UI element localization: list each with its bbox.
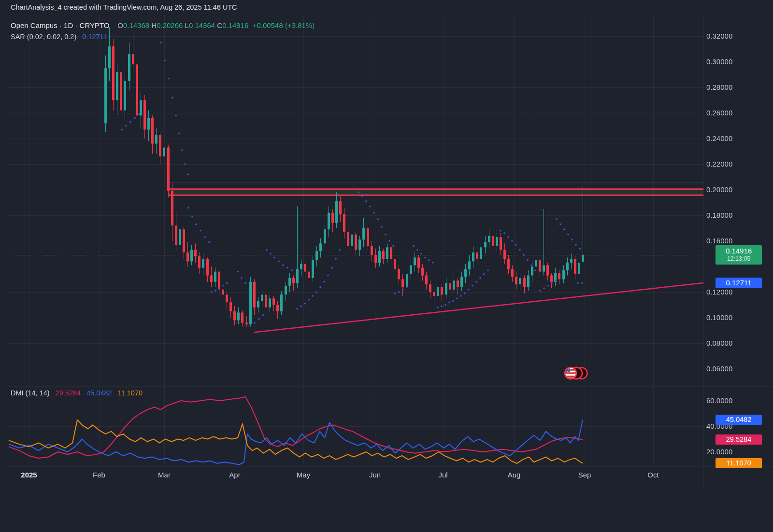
time-axis-label: Jun [369, 471, 381, 479]
price-tick-label: 0.10000 [706, 313, 759, 322]
last-price-value: 0.14916 [716, 247, 762, 255]
symbol-legend[interactable]: Open Campus · 1D · CRYPTO O0.14368 H0.20… [11, 21, 315, 29]
price-tick-label: 0.32000 [706, 32, 759, 41]
price-tick-label: 0.20000 [706, 185, 759, 194]
time-axis-label: Jul [438, 471, 447, 479]
price-scale-divider[interactable] [703, 15, 704, 489]
sar-indicator-legend[interactable]: SAR (0.02, 0.02, 0.2) 0.12711 [11, 33, 107, 41]
time-axis-label: Sep [578, 471, 591, 479]
price-tick-label: 0.18000 [706, 211, 759, 220]
price-tick-label: 0.12000 [706, 288, 759, 296]
price-tick-label: 0.22000 [706, 160, 759, 168]
dmi-indicator-legend[interactable]: DMI (14, 14) 29.5284 45.0482 11.1070 [11, 389, 143, 397]
last-price-badge: 0.14916 12:13:05 [716, 245, 762, 265]
high-label: H [151, 21, 157, 29]
low-value: 0.14364 [189, 21, 215, 29]
dmi-adx-badge: 29.5284 [716, 434, 762, 445]
economic-events-flag-icon[interactable] [562, 365, 589, 381]
open-value: 0.14368 [123, 21, 149, 29]
tradingview-chart-window: { "frame": { "tagline": "ChartAnalysis_4… [0, 0, 773, 532]
bar-countdown: 12:13:05 [716, 255, 762, 263]
price-tick-label: 0.16000 [706, 237, 759, 245]
time-axis-label: Aug [508, 471, 521, 479]
symbol-name[interactable]: Open Campus [11, 21, 57, 29]
sar-label[interactable]: SAR (0.02, 0.02, 0.2) [11, 33, 76, 41]
time-axis-label: May [297, 471, 310, 479]
dmi-adx-value: 29.5284 [56, 389, 81, 397]
time-axis-label: 2025 [21, 471, 37, 479]
price-tick-label: 0.06000 [706, 364, 759, 373]
price-tick-label: 0.26000 [706, 109, 759, 117]
time-axis-label: Mar [158, 471, 171, 479]
dmi-tick-label: 20.0000 [706, 448, 759, 456]
price-tick-label: 0.28000 [706, 83, 759, 92]
time-axis-label: Apr [229, 471, 240, 479]
price-tick-label: 0.08000 [706, 339, 759, 348]
pane-divider[interactable] [7, 386, 773, 387]
change-value: +0.00548 (+3.81%) [253, 21, 315, 29]
exchange-label: CRYPTO [80, 21, 110, 29]
sar-value: 0.12711 [82, 33, 107, 41]
high-value: 0.20266 [157, 21, 183, 29]
open-label: O [117, 21, 123, 29]
dmi-label[interactable]: DMI (14, 14) [11, 389, 50, 397]
interval-label[interactable]: 1D [64, 21, 73, 29]
price-chart-canvas[interactable] [0, 0, 773, 532]
sar-value-badge: 0.12711 [716, 278, 762, 288]
price-tick-label: 0.24000 [706, 134, 759, 143]
dmi-minusdi-value: 11.1070 [118, 389, 143, 397]
price-tick-label: 0.30000 [706, 57, 759, 66]
close-label: C [217, 21, 222, 29]
snapshot-header-bar: ChartAnalysis_4 created with TradingView… [0, 0, 773, 15]
dmi-minusdi-badge: 11.1070 [716, 458, 762, 468]
dmi-tick-label: 60.0000 [706, 396, 759, 405]
time-axis-label: Feb [93, 471, 105, 479]
time-axis-divider[interactable] [7, 466, 773, 467]
low-label: L [185, 21, 189, 29]
dmi-plusdi-value: 45.0482 [86, 389, 112, 397]
close-value: 0.14916 [222, 21, 248, 29]
snapshot-tagline: ChartAnalysis_4 created with TradingView… [11, 3, 237, 11]
brand-footer-bar: TradingView [0, 489, 773, 532]
time-axis-label: Oct [647, 471, 658, 479]
dmi-plusdi-badge: 45.0482 [716, 415, 762, 425]
